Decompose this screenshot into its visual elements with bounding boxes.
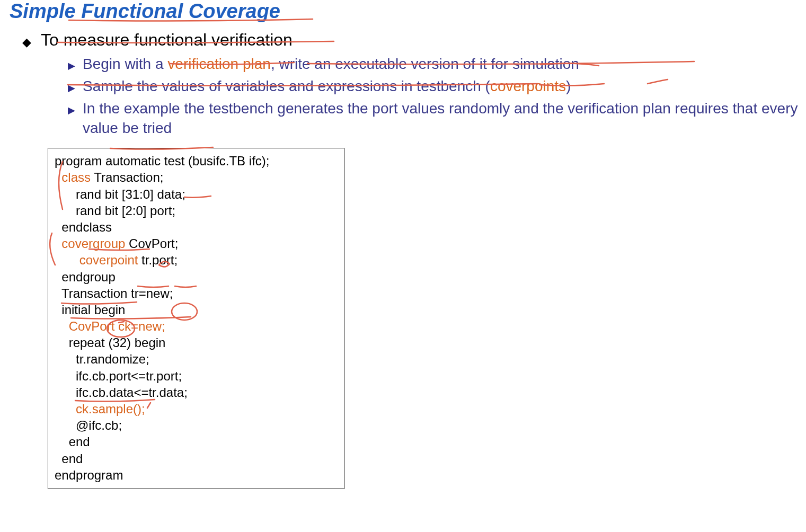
- sub-bullet-list: ▶ Begin with a verification plan, write …: [0, 54, 806, 138]
- code-keyword: ck.sample();: [76, 402, 145, 416]
- code-line: ifc.cb.data<=tr.data;: [55, 384, 338, 401]
- code-keyword: CovPort ck=new;: [69, 319, 165, 333]
- code-line: CovPort ck=new;: [55, 318, 338, 334]
- diamond-icon: ◆: [22, 36, 31, 49]
- code-fragment: Transaction;: [91, 170, 163, 184]
- code-fragment: [55, 319, 69, 333]
- sub-bullet-1: ▶ Begin with a verification plan, write …: [68, 54, 806, 74]
- code-line: rand bit [31:0] data;: [55, 186, 338, 202]
- code-keyword: covergroup: [61, 236, 125, 251]
- triangle-icon: ▶: [68, 82, 75, 94]
- code-fragment: [55, 402, 76, 416]
- slide: Simple Functional Coverage ◆ To measure …: [0, 0, 806, 489]
- text-fragment: Begin with a: [83, 56, 167, 72]
- code-fragment: [55, 170, 61, 184]
- code-line: endgroup: [55, 269, 338, 285]
- highlight-fragment: verification plan: [167, 56, 271, 72]
- sub-bullet-text: Sample the values of variables and expre…: [83, 76, 806, 96]
- code-keyword: coverpoint: [79, 253, 138, 267]
- sub-bullet-3: ▶ In the example the testbench generates…: [68, 99, 806, 139]
- code-line: endprogram: [55, 467, 338, 483]
- text-fragment: , write an executable version of it for …: [271, 56, 579, 72]
- highlight-fragment: coverpoints: [490, 78, 566, 94]
- code-line: program automatic test (busifc.TB ifc);: [55, 153, 338, 169]
- slide-title: Simple Functional Coverage: [0, 0, 806, 27]
- code-line: repeat (32) begin: [55, 334, 338, 351]
- code-line: ck.sample();: [55, 401, 338, 417]
- code-line: end: [55, 433, 338, 450]
- code-fragment: [55, 236, 61, 251]
- triangle-icon: ▶: [68, 104, 75, 117]
- sub-bullet-text: Begin with a verification plan, write an…: [83, 54, 806, 74]
- code-line: ifc.cb.port<=tr.port;: [55, 368, 338, 384]
- code-box: program automatic test (busifc.TB ifc); …: [48, 148, 344, 489]
- triangle-icon: ▶: [68, 59, 75, 72]
- code-fragment: CovPort;: [125, 236, 178, 251]
- code-line: initial begin: [55, 302, 338, 318]
- main-bullet: ◆ To measure functional verification: [0, 30, 806, 50]
- code-line: rand bit [2:0] port;: [55, 202, 338, 219]
- code-line: endclass: [55, 219, 338, 235]
- code-line: coverpoint tr.port;: [55, 252, 338, 268]
- code-line: tr.randomize;: [55, 351, 338, 367]
- code-keyword: class: [61, 170, 91, 184]
- code-line: @ifc.cb;: [55, 417, 338, 433]
- sub-bullet-2: ▶ Sample the values of variables and exp…: [68, 76, 806, 96]
- code-fragment: [55, 253, 79, 267]
- text-fragment: Sample the values of variables and expre…: [83, 78, 490, 94]
- sub-bullet-text: In the example the testbench generates t…: [83, 99, 806, 139]
- code-line: end: [55, 450, 338, 467]
- code-line: class Transaction;: [55, 169, 338, 185]
- code-line: covergroup CovPort;: [55, 235, 338, 252]
- code-fragment: tr.port;: [138, 253, 178, 267]
- main-bullet-text: To measure functional verification: [41, 30, 293, 50]
- code-line: Transaction tr=new;: [55, 285, 338, 302]
- text-fragment: ): [566, 78, 571, 94]
